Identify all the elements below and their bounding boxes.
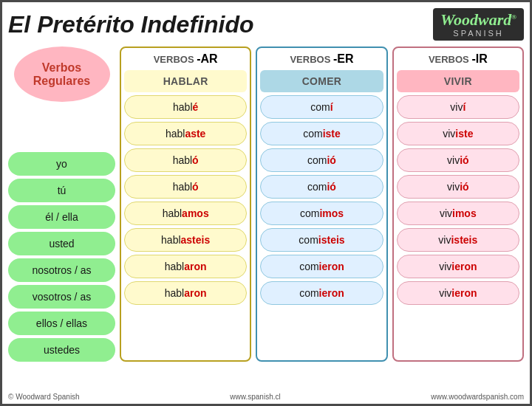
logo-brand: Woodward®: [440, 11, 516, 29]
pronoun-tu: tú: [8, 179, 115, 202]
er-example: COMER: [260, 70, 383, 92]
page-title: El Pretérito Indefinido: [8, 11, 253, 38]
ar-conj-tu: hablaste: [124, 122, 247, 145]
er-header: VERBOS -ER: [260, 51, 383, 67]
pronoun-el-ella: él / ella: [8, 205, 115, 229]
ar-conj-vosotros: hablasteis: [124, 228, 247, 252]
ir-header: VERBOS -IR: [397, 51, 519, 67]
ir-conj-nosotros: vivimos: [397, 202, 519, 225]
footer-center: www.spanish.cl: [230, 393, 280, 401]
er-conj-usted: comió: [260, 175, 383, 199]
logo-sub: SPANISH: [440, 29, 516, 38]
er-conj-yo: comí: [260, 95, 383, 119]
left-column: VerbosRegulares yo tú él / ella usted no…: [8, 47, 115, 362]
pronoun-nosotros: nosotros / as: [8, 258, 115, 282]
ar-conj-nosotros: hablamos: [124, 202, 247, 225]
ar-conj-usted: habló: [124, 175, 247, 199]
pronoun-list: yo tú él / ella usted nosotros / as voso…: [8, 152, 115, 362]
ir-example: VIVIR: [397, 70, 519, 92]
ir-conj-yo: viví: [397, 95, 519, 119]
ar-conj-yo: hablé: [124, 95, 247, 119]
er-conj-vosotros: comisteis: [260, 228, 383, 252]
footer-left: © Woodward Spanish: [8, 393, 80, 401]
ir-conj-el: vivió: [397, 148, 519, 172]
er-conj-nosotros: comimos: [260, 202, 383, 225]
ar-header: VERBOS -AR: [124, 51, 247, 67]
logo-box: Woodward® SPANISH: [433, 8, 524, 41]
pronoun-yo: yo: [8, 152, 115, 176]
content-area: VerbosRegulares yo tú él / ella usted no…: [8, 47, 524, 362]
ar-conj-ustedes: hablaron: [124, 281, 247, 305]
footer: © Woodward Spanish www.spanish.cl www.wo…: [8, 393, 524, 401]
ir-column: VERBOS -IR VIVIR viví viviste vivió vivi…: [392, 47, 524, 362]
footer-right: www.woodwardspanish.com: [431, 393, 524, 401]
ar-conj-ellos: hablaron: [124, 255, 247, 278]
er-conj-ellos: comieron: [260, 255, 383, 278]
er-conj-tu: comiste: [260, 122, 383, 145]
er-column: VERBOS -ER COMER comí comiste comió comi…: [256, 47, 387, 362]
ar-conj-el: habló: [124, 148, 247, 172]
ar-example: HABLAR: [124, 70, 247, 92]
pronoun-usted: usted: [8, 232, 115, 255]
ir-conj-vosotros: vivisteis: [397, 228, 519, 252]
verbos-regulares-box: VerbosRegulares: [14, 47, 110, 102]
ir-conj-ellos: vivieron: [397, 255, 519, 278]
er-conj-ustedes: comieron: [260, 281, 383, 305]
ar-column: VERBOS -AR HABLAR hablé hablaste habló h…: [120, 47, 251, 362]
ir-conj-tu: viviste: [397, 122, 519, 145]
pronoun-ustedes: ustedes: [8, 338, 115, 362]
ir-conj-usted: vivió: [397, 175, 519, 199]
er-conj-el: comió: [260, 148, 383, 172]
pronoun-ellos: ellos / ellas: [8, 312, 115, 335]
header-row: El Pretérito Indefinido Woodward® SPANIS…: [8, 8, 524, 41]
ir-conj-ustedes: vivieron: [397, 281, 519, 305]
main-container: El Pretérito Indefinido Woodward® SPANIS…: [0, 0, 532, 406]
pronoun-vosotros: vosotros / as: [8, 285, 115, 309]
